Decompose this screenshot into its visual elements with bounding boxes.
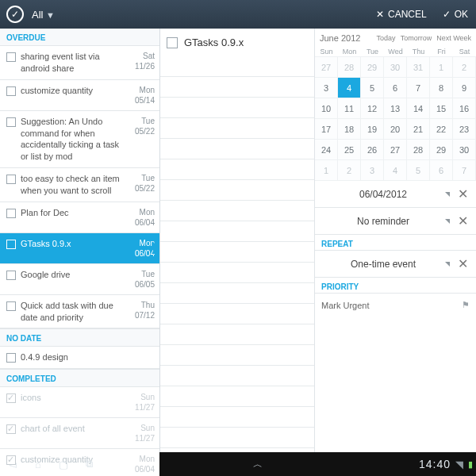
task-checkbox[interactable] [6,353,16,363]
calendar-day[interactable]: 30 [383,56,407,78]
calendar-day[interactable]: 15 [429,98,453,119]
calendar-day[interactable]: 9 [452,77,476,98]
notes-area[interactable] [160,56,314,452]
calendar-day[interactable]: 25 [337,139,361,160]
calendar-day[interactable]: 13 [383,98,407,119]
date-pane: June 2012 Today Tomorrow Next Week SunMo… [315,29,476,452]
task-checkbox[interactable] [6,117,16,127]
task-checkbox[interactable] [6,455,16,465]
calendar-day[interactable]: 7 [452,159,476,181]
task-row[interactable]: sharing event list via android shareSat1… [0,46,159,80]
calendar-day[interactable]: 6 [429,159,453,181]
calendar-day[interactable]: 5 [360,77,384,98]
calendar-day[interactable]: 4 [383,159,407,181]
task-checkbox[interactable] [6,271,16,280]
weekday-label: Thu [407,46,430,57]
task-checkbox[interactable] [6,209,16,218]
task-title: GTasks 0.9.x [21,238,126,250]
calendar-day[interactable]: 19 [360,118,384,140]
calendar-day[interactable]: 24 [315,139,338,160]
task-list-pane: OVERDUE sharing event list via android s… [0,29,160,452]
calendar-day[interactable]: 14 [406,98,430,119]
calendar-day[interactable]: 20 [383,118,407,140]
cancel-button[interactable]: ✕CANCEL [368,9,435,20]
task-checkbox[interactable] [6,86,16,96]
range-tomorrow[interactable]: Tomorrow [401,34,432,42]
clear-reminder-icon[interactable]: ✕ [456,213,470,228]
calendar-day[interactable]: 10 [315,98,338,119]
calendar-day[interactable]: 29 [429,139,453,160]
range-nextweek[interactable]: Next Week [436,34,471,42]
task-date: Tue05/22 [126,173,155,194]
ok-button[interactable]: ✓OK [435,9,476,20]
calendar-day[interactable]: 23 [452,118,476,140]
reminder-field[interactable]: No reminder ✕ [315,208,476,235]
task-checkbox[interactable] [6,301,16,311]
calendar-day[interactable]: 3 [315,77,338,98]
task-date: Tue06/05 [126,269,155,290]
task-row[interactable]: customize quantityMon05/14 [0,80,159,111]
calendar-day[interactable]: 29 [360,56,384,78]
task-checkbox[interactable] [6,175,16,184]
calendar-day[interactable]: 16 [452,98,476,119]
calendar-day[interactable]: 17 [315,118,338,140]
weekday-label: Tue [361,46,384,57]
task-row[interactable]: Quick add task with due date and priorit… [0,295,159,329]
wifi-icon: ◥ [455,459,463,470]
task-row[interactable]: iconsSun11/27 [0,387,159,418]
repeat-field[interactable]: One-time event ✕ [315,251,476,278]
calendar-day[interactable]: 28 [406,139,430,160]
calendar-day[interactable]: 8 [429,77,453,98]
task-title: Quick add task with due date and priorit… [21,300,126,324]
task-checkbox[interactable] [6,393,16,403]
clear-date-icon[interactable]: ✕ [456,186,470,202]
task-row[interactable]: Plan for DecMon06/04 [0,202,159,233]
range-today[interactable]: Today [377,34,396,42]
priority-field[interactable]: Mark Urgent ⚑ [315,294,476,317]
calendar-day[interactable]: 1 [429,56,453,78]
calendar-day[interactable]: 2 [452,56,476,78]
task-checkbox[interactable] [6,424,16,434]
calendar-day[interactable]: 21 [406,118,430,140]
calendar-day[interactable]: 12 [360,98,384,119]
calendar-day[interactable]: 4 [337,77,361,98]
calendar-day[interactable]: 11 [337,98,361,119]
task-row[interactable]: too easy to check an item when you want … [0,168,159,202]
expand-icon[interactable]: ︿ [102,458,414,471]
calendar-day[interactable]: 30 [452,139,476,160]
task-checkbox[interactable] [6,240,16,249]
task-row[interactable]: GTasks 0.9.xMon06/04 [0,233,159,264]
calendar-day[interactable]: 28 [337,56,361,78]
dropdown-icon [445,219,450,224]
calendar-day[interactable]: 27 [315,56,338,78]
task-checkbox[interactable] [6,52,16,62]
detail-checkbox[interactable] [167,37,178,48]
calendar-day[interactable]: 2 [337,159,361,181]
calendar-day[interactable]: 18 [337,118,361,140]
detail-title[interactable]: GTasks 0.9.x [184,36,244,48]
task-date: Sun11/27 [126,423,155,443]
calendar-day[interactable]: 6 [383,77,407,98]
clear-repeat-icon[interactable]: ✕ [456,256,470,271]
calendar-day[interactable]: 31 [406,56,430,78]
app-icon[interactable]: ✓ [6,6,24,23]
calendar-day[interactable]: 22 [429,118,453,140]
task-title: Google drive [21,269,126,281]
recent-button[interactable]: ▢ [51,459,76,470]
calendar-day[interactable]: 7 [406,77,430,98]
calendar-day[interactable]: 5 [406,159,430,181]
due-date-field[interactable]: 06/04/2012 ✕ [315,181,476,208]
calendar-day[interactable]: 1 [315,159,338,181]
task-row[interactable]: chart of all eventSun11/27 [0,418,159,449]
calendar-day[interactable]: 3 [360,159,384,181]
home-button[interactable]: ⌂ [25,459,51,470]
task-row[interactable]: Google driveTue06/05 [0,264,159,295]
task-row[interactable]: Suggestion: An Undo command for when acc… [0,111,159,168]
calendar-day[interactable]: 26 [360,139,384,160]
task-row[interactable]: 0.4.9 design [0,347,159,369]
task-title: too easy to check an item when you want … [21,173,126,197]
screenshot-button[interactable]: ⧉ [76,458,102,470]
list-dropdown[interactable]: All ▼ [29,9,63,21]
signal-icon: ▮ [468,459,473,470]
calendar-day[interactable]: 27 [383,139,407,160]
